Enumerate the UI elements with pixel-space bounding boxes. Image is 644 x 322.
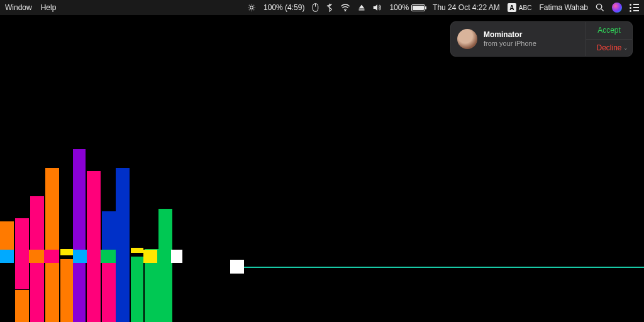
notification-center-icon[interactable] — [630, 4, 639, 12]
brightness-icon[interactable] — [247, 3, 256, 12]
siri-icon[interactable] — [612, 3, 622, 13]
chevron-down-icon[interactable]: ⌄ — [623, 45, 628, 51]
input-source-label: ABC — [519, 4, 532, 11]
visualizer-bar — [73, 149, 86, 322]
playhead[interactable] — [230, 260, 244, 274]
visualizer-bar — [143, 250, 157, 263]
visualizer-bar — [131, 248, 143, 253]
input-source-badge: A — [508, 3, 516, 12]
visualizer-bar — [15, 218, 29, 289]
visualizer-bar — [15, 290, 29, 322]
accept-button[interactable]: Accept — [586, 22, 632, 40]
visualizer-bar — [101, 250, 116, 263]
visualizer-bar — [73, 250, 87, 263]
decline-label: Decline — [596, 43, 621, 52]
svg-point-3 — [345, 11, 346, 11]
call-actions: Accept Decline ⌄ — [586, 22, 632, 56]
call-notification: Mominator from your iPhone Accept Declin… — [450, 21, 633, 57]
caller-avatar — [457, 29, 477, 49]
visualizer-bar — [45, 168, 59, 322]
battery-pct: 100% — [389, 3, 409, 12]
battery-status[interactable]: 100% — [389, 3, 425, 12]
user-name[interactable]: Fatima Wahab — [539, 3, 588, 12]
menubar: Window Help 100% (4:59) 100% Thu 24 Oct … — [0, 0, 644, 15]
visualizer-bar — [29, 250, 44, 263]
bluetooth-icon[interactable] — [326, 3, 333, 12]
call-notification-body[interactable]: Mominator from your iPhone — [451, 22, 586, 56]
call-text: Mominator from your iPhone — [484, 30, 536, 48]
clock[interactable]: Thu 24 Oct 4:22 AM — [433, 3, 500, 12]
visualizer-bar — [0, 221, 14, 250]
visualizer-bar — [87, 171, 101, 322]
audio-visualizer — [0, 130, 182, 322]
menu-right: 100% (4:59) 100% Thu 24 Oct 4:22 AM A AB… — [247, 3, 639, 13]
wifi-icon[interactable] — [340, 4, 350, 11]
visualizer-bar — [131, 257, 143, 322]
svg-point-4 — [596, 4, 601, 9]
brightness-pct: 100% (4:59) — [264, 3, 304, 12]
visualizer-bar — [44, 250, 59, 263]
timeline-line — [244, 267, 644, 268]
svg-point-0 — [250, 6, 253, 9]
spotlight-icon[interactable] — [596, 3, 604, 12]
visualizer-bar — [60, 259, 73, 322]
eject-icon[interactable] — [358, 4, 365, 11]
visualizer-bar — [116, 168, 130, 322]
mouse-icon[interactable] — [312, 3, 319, 12]
battery-icon — [411, 4, 425, 11]
call-source: from your iPhone — [484, 40, 536, 48]
decline-button[interactable]: Decline ⌄ — [586, 40, 632, 57]
menu-help[interactable]: Help — [41, 3, 57, 12]
menu-window[interactable]: Window — [5, 3, 32, 12]
caller-name: Mominator — [484, 30, 536, 40]
menu-left: Window Help — [5, 3, 56, 12]
volume-icon[interactable] — [373, 4, 382, 11]
input-source[interactable]: A ABC — [508, 3, 532, 12]
visualizer-bar — [0, 250, 14, 263]
visualizer-bar — [102, 255, 116, 322]
visualizer-bar — [60, 249, 73, 255]
visualizer-bar — [102, 211, 116, 252]
visualizer-bar — [158, 209, 172, 322]
visualizer-bar — [171, 250, 182, 263]
